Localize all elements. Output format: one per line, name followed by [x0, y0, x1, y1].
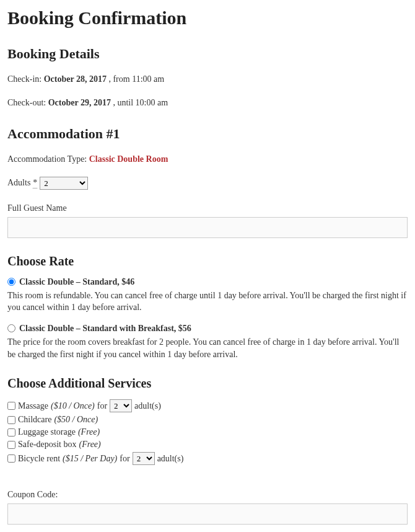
page-title: Booking Confirmation — [7, 7, 408, 29]
service-for: for — [120, 454, 129, 464]
coupon-row: Coupon Code: — [7, 490, 408, 525]
coupon-label: Coupon Code: — [7, 490, 408, 500]
rate-label-standard[interactable]: Classic Double – Standard, $46 — [19, 277, 134, 287]
rate-option: Classic Double – Standard with Breakfast… — [7, 324, 408, 360]
rate-radio-standard[interactable] — [7, 278, 15, 286]
service-item: Luggage storage (Free) — [7, 427, 408, 437]
service-checkbox-bicycle[interactable] — [7, 454, 15, 463]
adults-label: Adults — [7, 178, 30, 188]
service-item: Massage ($10 / Once) for 2 adult(s) — [7, 399, 408, 412]
service-adults-suffix: adult(s) — [134, 401, 161, 411]
service-qty-select-massage[interactable]: 2 — [110, 399, 132, 412]
checkin-suffix: , from 11:00 am — [108, 74, 164, 84]
fullname-label: Full Guest Name — [7, 203, 408, 213]
accommodation-type-label: Accommodation Type: — [7, 154, 87, 164]
service-for: for — [97, 401, 107, 411]
rate-label-breakfast[interactable]: Classic Double – Standard with Breakfast… — [19, 324, 191, 334]
booking-details-heading: Booking Details — [7, 46, 408, 62]
service-checkbox-massage[interactable] — [7, 402, 15, 410]
service-price: (Free) — [79, 440, 100, 450]
checkout-label: Check-out: — [7, 98, 46, 107]
rate-radio-breakfast[interactable] — [7, 324, 15, 332]
checkout-row: Check-out: October 29, 2017 , until 10:0… — [7, 97, 408, 109]
accommodation-type-link[interactable]: Classic Double Room — [89, 154, 168, 164]
fullname-input[interactable] — [7, 217, 408, 238]
checkout-date: October 29, 2017 — [48, 98, 111, 107]
checkin-row: Check-in: October 28, 2017 , from 11:00 … — [7, 73, 408, 86]
adults-select[interactable]: 2 — [40, 177, 88, 190]
service-name: Luggage storage — [18, 427, 76, 437]
service-checkbox-luggage[interactable] — [7, 428, 15, 437]
service-item: Safe-deposit box (Free) — [7, 440, 408, 450]
fullname-row: Full Guest Name — [7, 203, 408, 238]
service-adults-suffix: adult(s) — [157, 454, 184, 464]
service-item: Bicycle rent ($15 / Per Day) for 2 adult… — [7, 452, 408, 465]
adults-row: Adults * 2 — [7, 177, 408, 190]
checkout-suffix: , until 10:00 am — [113, 98, 168, 107]
service-name: Bicycle rent — [18, 454, 60, 464]
checkin-date: October 28, 2017 — [44, 74, 107, 84]
adults-required-marker: * — [33, 178, 37, 188]
rate-option: Classic Double – Standard, $46 This room… — [7, 277, 408, 314]
service-checkbox-safedeposit[interactable] — [7, 441, 15, 449]
accommodation-type-row: Accommodation Type: Classic Double Room — [7, 153, 408, 166]
service-name: Massage — [18, 401, 48, 411]
coupon-input[interactable] — [7, 503, 408, 525]
service-name: Childcare — [18, 415, 51, 425]
service-checkbox-childcare[interactable] — [7, 416, 15, 424]
service-price: ($50 / Once) — [54, 415, 98, 425]
rate-desc-breakfast: The price for the room covers breakfast … — [7, 336, 408, 360]
service-item: Childcare ($50 / Once) — [7, 415, 408, 425]
rate-heading: Choose Rate — [7, 254, 408, 268]
service-price: (Free) — [78, 427, 100, 437]
services-heading: Choose Additional Services — [7, 376, 408, 391]
service-qty-select-bicycle[interactable]: 2 — [133, 452, 155, 465]
service-price: ($15 / Per Day) — [63, 454, 117, 464]
service-price: ($10 / Once) — [51, 401, 95, 411]
checkin-label: Check-in: — [7, 74, 42, 84]
service-name: Safe-deposit box — [18, 440, 76, 450]
accommodation-heading: Accommodation #1 — [7, 126, 408, 142]
rate-desc-standard: This room is refundable. You can cancel … — [7, 290, 408, 314]
